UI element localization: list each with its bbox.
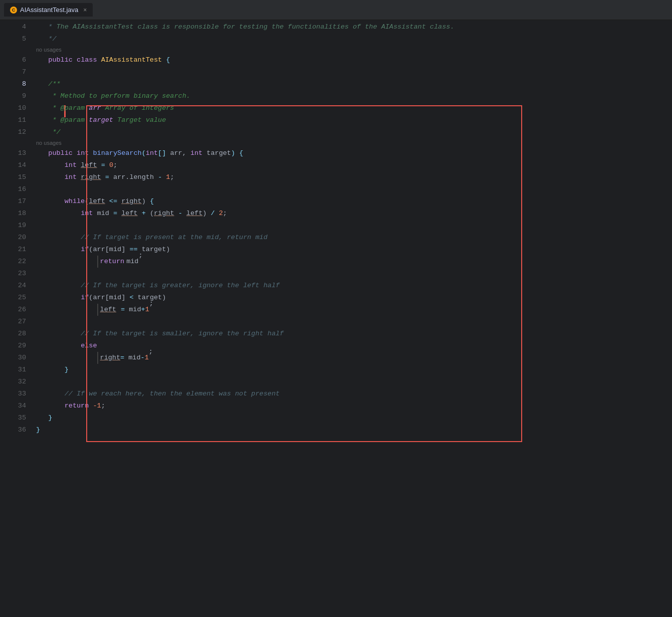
line-num-20: 20	[0, 232, 32, 244]
line-num-12: 12	[0, 126, 32, 138]
line-6-text: public class AIAssistantTest {	[36, 54, 170, 66]
code-line-15: int right = arr.length - 1;	[32, 171, 672, 183]
code-line-9: * Method to perform binary search.	[32, 90, 672, 102]
line-num-17: 17	[0, 195, 32, 208]
code-line-34: return -1;	[32, 400, 672, 412]
line-34-text: return -1;	[36, 400, 105, 412]
line-num-15: 15	[0, 171, 32, 183]
line-num-31: 31	[0, 364, 32, 376]
code-line-36: }	[32, 424, 672, 436]
line-num-no-usages-2	[0, 138, 32, 147]
line-num-32: 32	[0, 376, 32, 388]
line-num-14: 14	[0, 159, 32, 171]
line-num-10: 10	[0, 102, 32, 114]
line-22-text: return mid;	[36, 256, 171, 268]
no-usages-1: no usages	[32, 45, 672, 54]
line-8-text: /**	[36, 78, 61, 90]
code-line-33: // If we reach here, then the element wa…	[32, 388, 672, 400]
no-usages-2: no usages	[32, 138, 672, 147]
code-line-11: * @param target Target value	[32, 114, 672, 126]
code-line-4: * The AIAssistantTest class is responsib…	[32, 21, 672, 33]
code-line-6: public class AIAssistantTest {	[32, 54, 672, 66]
code-line-28: // If the target is smaller, ignore the …	[32, 328, 672, 340]
line-num-26: 26	[0, 304, 32, 316]
line-num-33: 33	[0, 388, 32, 400]
line-num-16: 16	[0, 183, 32, 195]
code-line-5: */	[32, 33, 672, 45]
line-28-text: // If the target is smaller, ignore the …	[36, 328, 284, 340]
code-line-26: left = mid + 1;	[32, 304, 672, 316]
code-line-19	[32, 220, 672, 232]
line-5-text: */	[36, 33, 57, 45]
code-line-29: else	[32, 340, 672, 352]
code-line-12: */	[32, 126, 672, 138]
code-content[interactable]: * The AIAssistantTest class is responsib…	[32, 20, 672, 617]
line-num-8: 8	[0, 78, 32, 90]
line-29-text: else	[36, 340, 97, 352]
line-10-text: * @param arr Array of integers	[36, 102, 174, 114]
code-line-21: if(arr[mid] == target)	[32, 244, 672, 256]
code-line-13: @ public int binarySearch(int[] arr, int…	[32, 147, 672, 159]
line-num-11: 11	[0, 114, 32, 126]
tab-close-button[interactable]: ×	[83, 7, 87, 14]
line-20-text: // If target is present at the mid, retu…	[36, 232, 268, 244]
code-line-8: /**	[32, 78, 672, 90]
line-13-text: public int binarySearch(int[] arr, int t…	[36, 147, 243, 159]
line-17-text: while(left <= right) {	[36, 195, 154, 208]
code-line-32	[32, 376, 672, 388]
file-type-icon: C	[10, 7, 17, 14]
line-num-18: 18	[0, 208, 32, 220]
line-30-text: right = mid - 1;	[36, 352, 181, 364]
line-num-22: 22	[0, 256, 32, 268]
code-line-30: right = mid - 1;	[32, 352, 672, 364]
line-num-29: 29	[0, 340, 32, 352]
line-36-text: }	[36, 424, 40, 436]
tab-filename: AIAssistantTest.java	[20, 6, 78, 14]
line-num-35: 35	[0, 412, 32, 424]
line-18-text: int mid = left + (right - left) / 2;	[36, 208, 227, 220]
line-num-24: 24	[0, 280, 32, 292]
line-num-27: 27	[0, 316, 32, 328]
line-15-text: int right = arr.length - 1;	[36, 171, 174, 183]
line-num-21: 21	[0, 244, 32, 256]
code-line-14: int left = 0;	[32, 159, 672, 171]
line-4-text: * The AIAssistantTest class is responsib…	[36, 21, 454, 33]
code-line-25: if(arr[mid] < target)	[32, 292, 672, 304]
code-line-23	[32, 268, 672, 280]
file-tab[interactable]: C AIAssistantTest.java ×	[4, 3, 93, 17]
code-line-10: * @param arr Array of integers	[32, 102, 672, 114]
code-line-16	[32, 183, 672, 195]
line-num-no-usages-1	[0, 45, 32, 54]
line-26-text: left = mid + 1;	[36, 304, 182, 316]
line-num-19: 19	[0, 220, 32, 232]
line-num-5: 5	[0, 33, 32, 45]
line-num-25: 25	[0, 292, 32, 304]
code-line-31: }	[32, 364, 672, 376]
title-bar: C AIAssistantTest.java ×	[0, 0, 672, 20]
code-line-24: // If the target is greater, ignore the …	[32, 280, 672, 292]
line-num-30: 30	[0, 352, 32, 364]
code-line-18: int mid = left + (right - left) / 2;	[32, 208, 672, 220]
line-num-6: 6	[0, 54, 32, 66]
code-line-17: while(left <= right) {	[32, 195, 672, 208]
line-num-23: 23	[0, 268, 32, 280]
line-24-text: // If the target is greater, ignore the …	[36, 280, 280, 292]
line-33-text: // If we reach here, then the element wa…	[36, 388, 280, 400]
code-line-27	[32, 316, 672, 328]
code-line-7	[32, 66, 672, 78]
line-35-text: }	[36, 412, 52, 424]
line-12-text: */	[36, 126, 61, 138]
editor-area: 4 5 6 7 8 9 10 11 12 13 14 15 16 17 18 1…	[0, 20, 672, 617]
line-num-34: 34	[0, 400, 32, 412]
line-num-4: 4	[0, 21, 32, 33]
line-14-text: int left = 0;	[36, 159, 117, 171]
line-31-text: }	[36, 364, 69, 376]
line-num-9: 9	[0, 90, 32, 102]
line-num-13: 13	[0, 147, 32, 159]
line-11-text: * @param target Target value	[36, 114, 166, 126]
line-num-28: 28	[0, 328, 32, 340]
line-num-7: 7	[0, 66, 32, 78]
code-line-20: // If target is present at the mid, retu…	[32, 232, 672, 244]
line-9-text: * Method to perform binary search.	[36, 90, 190, 102]
code-line-35: }	[32, 412, 672, 424]
